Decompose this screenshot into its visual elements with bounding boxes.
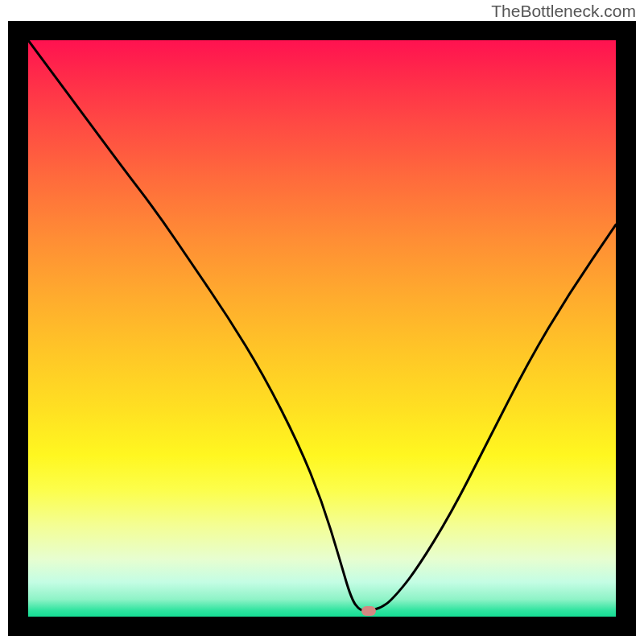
curve-svg (28, 40, 616, 617)
optimal-point-marker (361, 606, 376, 616)
chart-frame (8, 21, 636, 636)
bottleneck-curve (28, 40, 616, 611)
watermark-text: TheBottleneck.com (491, 2, 636, 21)
plot-area (28, 40, 616, 617)
chart-container: TheBottleneck.com (0, 0, 644, 644)
